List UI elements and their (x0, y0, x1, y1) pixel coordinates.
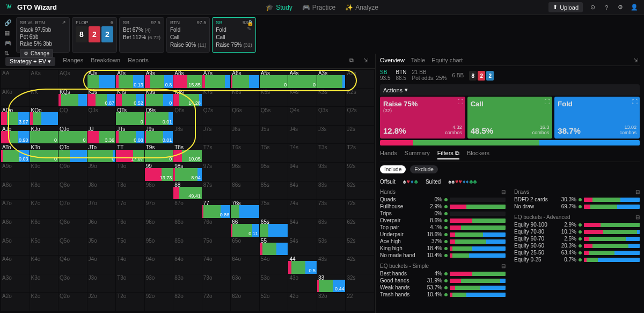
cell-Q6s[interactable]: Q6s (231, 107, 259, 125)
cell-87s[interactable]: 87s (202, 181, 231, 200)
cell-J9o[interactable]: J9o (87, 163, 116, 181)
cell-43s[interactable]: 43s (317, 256, 346, 274)
cell-52s[interactable]: 52s (346, 237, 374, 256)
cell-J7o[interactable]: J7o (87, 200, 116, 218)
cell-63o[interactable]: 63o (231, 274, 259, 293)
focus-icon[interactable]: ⊙ (588, 3, 597, 12)
cell-66[interactable]: 660.11 (231, 219, 259, 237)
cell-AJs[interactable]: AJs (87, 70, 116, 88)
cell-J4s[interactable]: J4s (288, 126, 317, 144)
cell-A7o[interactable]: A7o (1, 200, 30, 218)
cell-AJo[interactable]: AJo0.90 (1, 126, 30, 144)
cell-86s[interactable]: 86s (231, 181, 259, 200)
nav-analyze[interactable]: ✨ Analyze (345, 4, 378, 11)
cell-KK[interactable]: KK (30, 89, 58, 107)
cell-K6o[interactable]: K6o (30, 219, 58, 237)
cell-A4s[interactable]: A4s0 (288, 70, 317, 88)
filter-row[interactable]: Fullhouse2.9% (380, 203, 506, 210)
filter-row[interactable]: Trash hands10.4% (380, 291, 506, 298)
cell-A7s[interactable]: A7s (202, 70, 231, 88)
cell-85s[interactable]: 85s (260, 181, 288, 200)
tab-equity-chart[interactable]: Equity chart (431, 57, 463, 63)
cell-A5s[interactable]: A5s0 (260, 70, 288, 88)
cell-KTs[interactable]: KTs0.52 (116, 89, 144, 107)
cell-Q5s[interactable]: Q5s (260, 107, 288, 125)
slider-icon[interactable]: ⊟ (501, 263, 506, 269)
cell-AA[interactable]: AA (1, 70, 30, 88)
cell-T3s[interactable]: T3s (317, 144, 346, 162)
cell-76o[interactable]: 76o (202, 219, 231, 237)
cell-JTs[interactable]: JTs0.08 (116, 126, 144, 144)
cell-J6o[interactable]: J6o (87, 219, 116, 237)
cell-73o[interactable]: 73o (202, 274, 231, 293)
cell-54s[interactable]: 54s (288, 237, 317, 256)
filter-row[interactable]: Good hands31.9% (380, 277, 506, 284)
street-node-btn[interactable]: BTN97.5FoldCallRaise 50%(11) (166, 17, 210, 53)
filter-row[interactable]: BDFD 2 cards30.3% (514, 196, 640, 203)
cell-22[interactable]: 22 (346, 293, 374, 311)
cell-J3o[interactable]: J3o (87, 274, 116, 293)
cell-98s[interactable]: 98s8.94 (173, 163, 202, 181)
cell-76s[interactable]: 76s (231, 200, 259, 218)
cell-T2s[interactable]: T2s (346, 144, 374, 162)
help-icon[interactable]: ? (602, 3, 611, 12)
cell-75s[interactable]: 75s (260, 200, 288, 218)
cell-K2s[interactable]: K2s (346, 89, 374, 107)
filter-row[interactable]: Equity 90-1002.9% (514, 221, 640, 228)
cell-84s[interactable]: 84s (288, 181, 317, 200)
cell-A3s[interactable]: A3s (317, 70, 346, 88)
cell-72o[interactable]: 72o (202, 293, 231, 311)
cell-J2o[interactable]: J2o (87, 293, 116, 311)
cell-T5o[interactable]: T5o (116, 237, 144, 256)
cell-J4o[interactable]: J4o (87, 256, 116, 274)
cell-T9s[interactable]: T9s0 (145, 144, 173, 162)
action-c[interactable]: ⛶Call48.5%16.3combos (467, 97, 553, 139)
expand-icon[interactable]: ⛶ (545, 99, 550, 105)
cell-Q4s[interactable]: Q4s (288, 107, 317, 125)
cell-A8o[interactable]: A8o (1, 181, 30, 200)
cell-T9o[interactable]: T9o (116, 163, 144, 181)
cell-A6o[interactable]: A6o (1, 219, 30, 237)
cell-K8o[interactable]: K8o (30, 181, 58, 200)
filter-row[interactable]: Equity 0-250.7% (514, 256, 640, 263)
cell-A5o[interactable]: A5o (1, 237, 30, 256)
cell-42o[interactable]: 42o (288, 293, 317, 311)
cell-T3o[interactable]: T3o (116, 274, 144, 293)
cell-95o[interactable]: 95o (145, 237, 173, 256)
cell-A9s[interactable]: A9s0.8 (145, 70, 173, 88)
street-node-sb[interactable]: SB93.5FoldCallRaise 75%(32)🔒✎ (212, 17, 255, 53)
link-icon[interactable]: 🔗 (4, 19, 12, 26)
user-icon[interactable]: 👤 (630, 3, 639, 12)
cell-73s[interactable]: 73s (317, 200, 346, 218)
cell-QTs[interactable]: QTs0 (116, 107, 144, 125)
cell-KJs[interactable]: KJs0.87 (87, 89, 116, 107)
cell-A9o[interactable]: A9o (1, 163, 30, 181)
cell-52o[interactable]: 52o (260, 293, 288, 311)
cell-63s[interactable]: 63s (317, 219, 346, 237)
filter-row[interactable]: No made hand10.4% (380, 252, 506, 259)
tab-ranges[interactable]: Ranges (63, 57, 83, 66)
cell-T8s[interactable]: T8s10.05 (173, 144, 202, 162)
filter-row[interactable]: Underpair18.6% (380, 231, 506, 238)
tab-reports[interactable]: Reports (128, 57, 149, 66)
cell-K7s[interactable]: K7s (202, 89, 231, 107)
cell-55[interactable]: 55 (260, 237, 288, 256)
cell-AQs[interactable]: AQs (58, 70, 87, 88)
cell-K9o[interactable]: K9o (30, 163, 58, 181)
slider-icon[interactable]: ⊟ (635, 189, 640, 195)
cell-74s[interactable]: 74s (288, 200, 317, 218)
settings-icon[interactable]: ⚙ (616, 3, 625, 12)
cell-KJo[interactable]: KJo0 (30, 126, 58, 144)
cell-32o[interactable]: 32o (317, 293, 346, 311)
cell-83o[interactable]: 83o (173, 274, 202, 293)
cell-Q2s[interactable]: Q2s (346, 107, 374, 125)
filter-row[interactable]: King high18.4% (380, 245, 506, 252)
offsuit-icons[interactable]: ♠♥♦♣ (403, 178, 418, 185)
cell-92o[interactable]: 92o (145, 293, 173, 311)
cell-QTo[interactable]: QTo (58, 144, 87, 162)
actions-header[interactable]: Actions ▾ (380, 84, 640, 96)
slider-icon[interactable]: ⊟ (635, 214, 640, 220)
cell-K8s[interactable]: K8s14.28 (173, 89, 202, 107)
cell-K5o[interactable]: K5o (30, 237, 58, 256)
filter-row[interactable]: Best hands4% (380, 270, 506, 277)
